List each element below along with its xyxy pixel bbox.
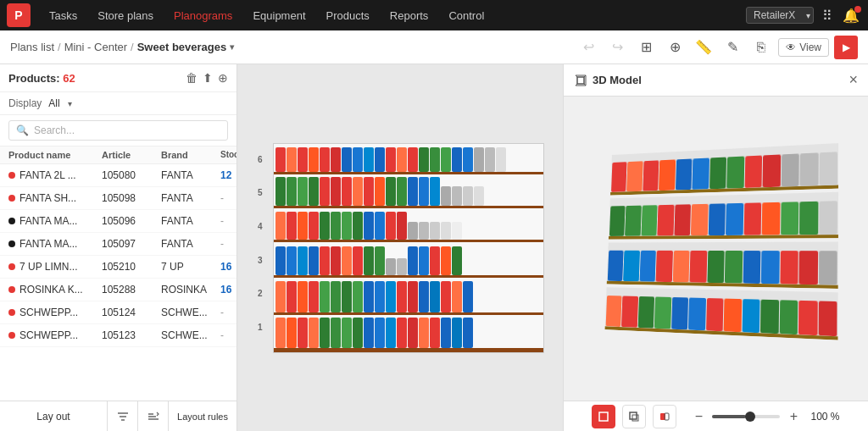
article-7: 105123 (102, 329, 161, 341)
3d-view-btn-1[interactable] (592, 405, 615, 428)
product-dot-4 (8, 263, 15, 270)
table-row[interactable]: FANTA MA... 105097 FANTA - ⋮ (0, 233, 236, 256)
stock-2: - (220, 215, 236, 227)
breadcrumb-plans-list[interactable]: Plans list (10, 41, 54, 53)
product-name-5: ROSINKA K... (8, 284, 102, 296)
snap-button[interactable]: ⊕ (663, 36, 687, 59)
article-0: 105080 (102, 169, 161, 181)
svg-rect-6 (577, 77, 584, 84)
right-panel: 3D Model × (563, 64, 868, 431)
brand-1: FANTA (161, 192, 220, 204)
breadcrumb-mini-center[interactable]: Mini - Center (64, 41, 127, 53)
export-icon[interactable]: ⬆ (203, 71, 213, 85)
delete-icon[interactable]: 🗑 (186, 71, 198, 85)
sort-button[interactable] (138, 401, 169, 431)
article-3: 105097 (102, 238, 161, 250)
3d-shelf (598, 147, 835, 351)
shelf-label-1: 1 (258, 323, 271, 332)
brand-5: ROSINKA (161, 284, 220, 296)
table-row[interactable]: FANTA 2L ... 105080 FANTA 12 ⋮ (0, 164, 236, 187)
nav-products[interactable]: Products (318, 6, 378, 25)
3d-model-area (564, 97, 868, 401)
table-row[interactable]: ROSINKA K... 105288 ROSINKA 16 ⋮ (0, 279, 236, 301)
retailer-select[interactable]: RetailerX (746, 7, 814, 24)
nav-planograms[interactable]: Planograms (165, 6, 241, 25)
zoom-slider[interactable] (712, 415, 780, 418)
filter-icon (116, 410, 130, 423)
filter-button[interactable] (108, 401, 138, 431)
zoom-out-button[interactable]: − (690, 408, 707, 425)
bottom-bar: Lay out Layout rules (0, 401, 236, 431)
stock-6: - (220, 307, 236, 318)
product-name-3: FANTA MA... (8, 238, 102, 250)
nav-equipment[interactable]: Equipment (244, 6, 314, 25)
table-row[interactable]: 7 UP LIMN... 105210 7 UP 16 ⋮ (0, 256, 236, 279)
products-count: 62 (63, 72, 75, 85)
nav-reports[interactable]: Reports (381, 6, 437, 25)
copy-button[interactable]: ⎘ (749, 36, 773, 59)
add-circle-icon[interactable]: ⊕ (218, 71, 228, 85)
svg-rect-7 (599, 412, 608, 421)
edit-button[interactable]: ✎ (721, 36, 744, 59)
product-dot-7 (8, 332, 15, 339)
undo-button[interactable]: ↩ (576, 36, 600, 59)
nav-control[interactable]: Control (440, 6, 492, 25)
product-name-0: FANTA 2L ... (8, 169, 102, 181)
planogram[interactable] (273, 143, 544, 353)
table-row[interactable]: FANTA SH... 105098 FANTA - ⋮ (0, 187, 236, 210)
left-panel: Products: 62 🗑 ⬆ ⊕ Display All ▾ 🔍 (0, 64, 237, 431)
nav-store-plans[interactable]: Store plans (89, 6, 162, 25)
article-5: 105288 (102, 284, 161, 296)
display-row: Display All ▾ (0, 92, 236, 115)
nav-tasks[interactable]: Tasks (41, 6, 86, 25)
table-row[interactable]: SCHWEPP... 105123 SCHWE... - ⋮ (0, 324, 236, 347)
stock-0: 12 (220, 169, 236, 181)
3d-view-btn-2[interactable] (622, 405, 646, 428)
app-logo[interactable]: P (7, 3, 31, 27)
brand-4: 7 UP (161, 261, 220, 273)
shelf-row-1 (274, 315, 543, 352)
svg-rect-8 (630, 412, 637, 419)
grid-icon[interactable]: ⠿ (821, 6, 834, 25)
zoom-in-button[interactable]: + (785, 408, 802, 425)
bell-icon[interactable]: 🔔 (841, 6, 861, 25)
view-button[interactable]: 👁 View (778, 38, 829, 57)
layout-rules-button[interactable]: Layout rules (169, 401, 236, 431)
3d-view-btn-3[interactable] (653, 405, 676, 428)
product-dot-2 (8, 218, 15, 224)
breadcrumb-bar: Plans list / Mini - Center / Sweet bever… (0, 30, 868, 64)
shelf-label-6: 6 (258, 155, 271, 164)
col-product-name: Product name (8, 150, 102, 160)
article-4: 105210 (102, 261, 161, 273)
shelf-row-2 (274, 278, 543, 315)
svg-rect-9 (632, 415, 638, 421)
ruler-button[interactable]: 📏 (692, 36, 715, 59)
shelf-label-4: 4 (258, 222, 271, 231)
grid-view-button[interactable]: ⊞ (634, 36, 658, 59)
table-row[interactable]: FANTA MA... 105096 FANTA - ⋮ (0, 210, 236, 233)
table-header: Product name Article Brand Stock qty (0, 146, 236, 164)
product-dot-5 (8, 286, 15, 293)
notification-badge (854, 6, 861, 13)
center-panel: 6 5 4 3 2 1 (237, 64, 563, 431)
breadcrumb-current[interactable]: Sweet beverages ▾ (137, 41, 235, 53)
products-title: Products: 62 (8, 72, 75, 85)
products-header: Products: 62 🗑 ⬆ ⊕ (0, 64, 236, 92)
3d-row-3 (606, 241, 837, 288)
main-layout: Products: 62 🗑 ⬆ ⊕ Display All ▾ 🔍 (0, 64, 868, 431)
layout-button[interactable]: Lay out (0, 401, 108, 431)
display-select[interactable]: All (48, 97, 72, 109)
right-panel-toggle[interactable]: ▶ (834, 36, 858, 59)
3d-controls: − + 100 % (564, 401, 868, 431)
close-panel-button[interactable]: × (849, 71, 858, 89)
brand-2: FANTA (161, 215, 220, 227)
article-1: 105098 (102, 192, 161, 204)
table-row[interactable]: SCHWEPP... 105124 SCHWE... - ⋮ (0, 301, 236, 324)
panel-title: 3D Model (574, 74, 642, 87)
search-input[interactable] (34, 124, 220, 136)
stock-1: - (220, 192, 236, 204)
products-table: Product name Article Brand Stock qty FAN… (0, 146, 236, 401)
product-name-4: 7 UP LIMN... (8, 261, 102, 273)
3d-row-1 (610, 143, 838, 196)
redo-button[interactable]: ↪ (605, 36, 629, 59)
